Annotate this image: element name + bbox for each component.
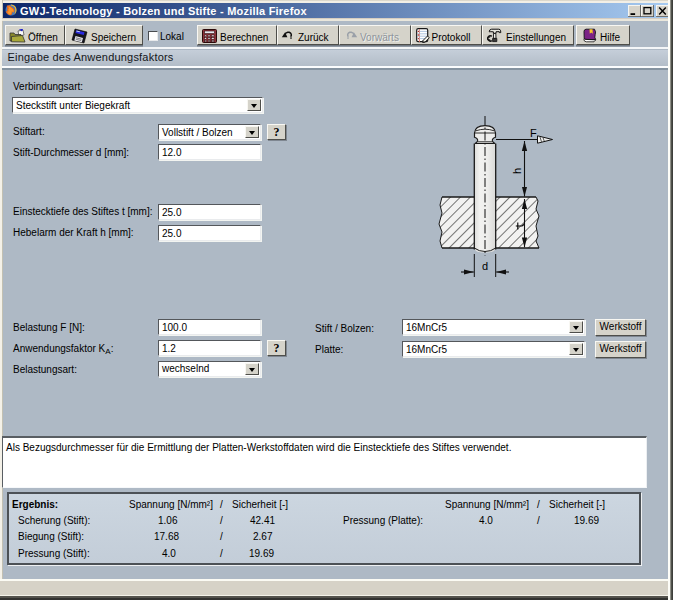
svg-text:d: d [482, 260, 488, 272]
svg-text:F: F [530, 127, 537, 139]
svg-text:h: h [511, 168, 523, 174]
